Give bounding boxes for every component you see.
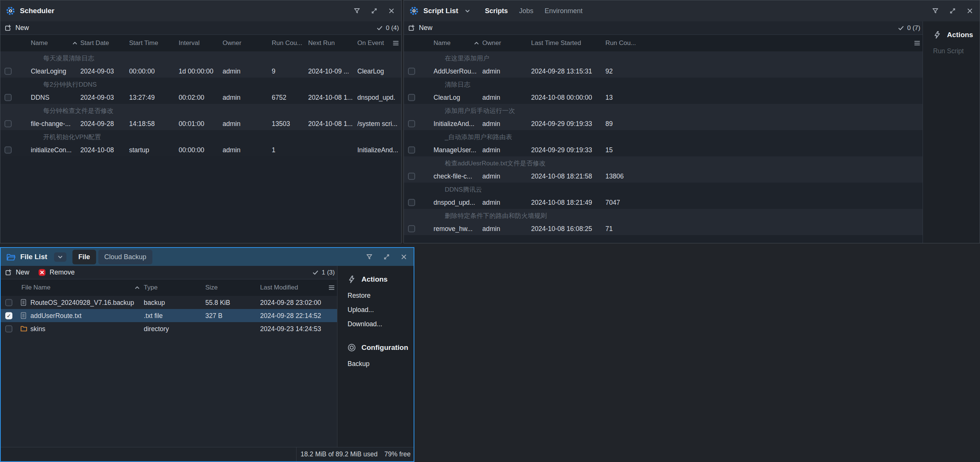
configuration-item[interactable]: Backup bbox=[337, 357, 414, 371]
script-comment-row[interactable]: 添加用户后手动运行一次 bbox=[404, 104, 923, 117]
script-comment-row[interactable]: 删除特定条件下的路由和防火墙规则 bbox=[404, 209, 923, 222]
new-icon bbox=[5, 269, 12, 276]
column-size[interactable]: Size bbox=[205, 284, 218, 291]
close-icon[interactable] bbox=[388, 7, 395, 14]
action-item[interactable]: Restore bbox=[337, 288, 414, 303]
row-checkbox[interactable] bbox=[408, 120, 415, 127]
filter-icon[interactable] bbox=[366, 253, 373, 260]
column-last-time-started[interactable]: Last Time Started bbox=[531, 40, 581, 47]
scheduler-titlebar[interactable]: Scheduler bbox=[0, 0, 401, 21]
action-item[interactable]: Upload... bbox=[337, 303, 414, 317]
expand-icon[interactable] bbox=[371, 7, 378, 14]
script-list-window-title: Script List bbox=[423, 7, 458, 15]
new-button[interactable]: New bbox=[4, 24, 29, 32]
schedule-next-run: 2024-10-08 1... bbox=[308, 94, 353, 101]
column-name[interactable]: Name bbox=[31, 40, 48, 47]
script-row[interactable]: dnspod_upd... admin 2024-10-08 18:21:49 … bbox=[404, 196, 923, 209]
script-comment-row[interactable]: DDNS腾讯云 bbox=[404, 183, 923, 196]
script-owner: admin bbox=[482, 120, 500, 127]
new-button[interactable]: New bbox=[407, 24, 433, 32]
column-start-date[interactable]: Start Date bbox=[80, 40, 109, 47]
script-comment-row[interactable]: 检查addUesrRoute.txt文件是否修改 bbox=[404, 156, 923, 170]
row-checkbox[interactable] bbox=[408, 146, 415, 153]
script-name: check-file-c... bbox=[434, 172, 472, 180]
row-checkbox[interactable] bbox=[408, 94, 415, 101]
script-row[interactable]: ManageUser... admin 2024-09-29 09:19:33 … bbox=[404, 143, 923, 156]
schedule-row[interactable]: file-change-... 2024-09-28 14:18:58 00:0… bbox=[0, 117, 401, 130]
new-button[interactable]: New bbox=[5, 268, 29, 276]
filter-icon[interactable] bbox=[353, 7, 361, 14]
column-menu-icon[interactable] bbox=[328, 285, 335, 291]
row-checkbox[interactable] bbox=[5, 299, 13, 306]
row-checkbox[interactable] bbox=[5, 146, 12, 153]
row-checkbox[interactable] bbox=[5, 312, 13, 319]
script-row[interactable]: AddUserRou... admin 2024-09-28 13:15:31 … bbox=[404, 65, 923, 78]
schedule-comment-row[interactable]: 每2分钟执行DDNS bbox=[0, 78, 401, 91]
close-icon[interactable] bbox=[966, 7, 974, 14]
script-comment-row[interactable]: 清除日志 bbox=[404, 78, 923, 91]
tab[interactable]: Scripts bbox=[485, 7, 508, 15]
row-checkbox[interactable] bbox=[408, 68, 415, 75]
action-run-script[interactable]: Run Script bbox=[923, 44, 980, 58]
row-checkbox[interactable] bbox=[408, 173, 415, 179]
column-last-modified[interactable]: Last Modified bbox=[260, 284, 298, 291]
file-row[interactable]: skins directory 2024-09-23 14:24:53 bbox=[1, 322, 337, 335]
selected-count[interactable]: 0 (7) bbox=[898, 21, 920, 35]
selected-count[interactable]: 0 (4) bbox=[377, 21, 399, 35]
tab[interactable]: Environment bbox=[545, 7, 582, 15]
file-list-window: File List FileCloud Backup New R bbox=[0, 247, 414, 462]
filter-icon[interactable] bbox=[932, 7, 939, 14]
schedule-row[interactable]: ClearLoging 2024-09-03 00:00:00 1d 00:00… bbox=[0, 65, 401, 78]
row-checkbox[interactable] bbox=[5, 68, 12, 75]
file-list-toolbar: New Remove 1 (3) bbox=[1, 266, 337, 279]
script-row[interactable]: check-file-c... admin 2024-10-08 18:21:5… bbox=[404, 170, 923, 183]
column-on-event[interactable]: On Event bbox=[357, 40, 384, 47]
column-next-run[interactable]: Next Run bbox=[308, 40, 335, 47]
script-list-window: Script List ScriptsJobsEnvironment New bbox=[404, 0, 980, 243]
script-row[interactable]: InitializeAnd... admin 2024-09-29 09:19:… bbox=[404, 117, 923, 130]
close-icon[interactable] bbox=[400, 253, 407, 260]
file-row[interactable]: addUserRoute.txt .txt file 327 B 2024-09… bbox=[1, 309, 337, 322]
expand-icon[interactable] bbox=[949, 7, 956, 14]
column-start-time[interactable]: Start Time bbox=[129, 40, 158, 47]
row-checkbox[interactable] bbox=[408, 225, 415, 232]
tab[interactable]: File bbox=[72, 250, 96, 264]
script-row[interactable]: ClearLog admin 2024-10-08 00:00:00 13 bbox=[404, 91, 923, 104]
row-checkbox[interactable] bbox=[408, 199, 415, 206]
chevron-down-icon[interactable] bbox=[463, 8, 472, 14]
row-checkbox[interactable] bbox=[5, 120, 12, 127]
column-name[interactable]: Name bbox=[434, 40, 450, 47]
column-menu-icon[interactable] bbox=[914, 41, 920, 46]
column-file-name[interactable]: File Name bbox=[21, 284, 50, 291]
remove-button[interactable]: Remove bbox=[38, 268, 75, 276]
schedule-row[interactable]: initializeCon... 2024-10-08 startup 00:0… bbox=[0, 143, 401, 156]
action-item[interactable]: Download... bbox=[337, 317, 414, 331]
column-owner[interactable]: Owner bbox=[223, 40, 241, 47]
schedule-comment-row[interactable]: 开机初始化VPN配置 bbox=[0, 130, 401, 143]
script-comment: 删除特定条件下的路由和防火墙规则 bbox=[445, 211, 547, 220]
column-interval[interactable]: Interval bbox=[179, 40, 200, 47]
tab[interactable]: Jobs bbox=[519, 7, 533, 15]
column-run-count[interactable]: Run Cou... bbox=[605, 40, 636, 47]
chevron-down-icon[interactable] bbox=[54, 252, 67, 262]
row-checkbox[interactable] bbox=[5, 94, 12, 101]
schedule-row[interactable]: DDNS 2024-09-03 13:27:49 00:02:00 admin … bbox=[0, 91, 401, 104]
script-row[interactable]: remove_hw... admin 2024-10-08 16:08:25 7… bbox=[404, 222, 923, 235]
script-list-titlebar[interactable]: Script List ScriptsJobsEnvironment bbox=[404, 0, 980, 21]
schedule-comment-row[interactable]: 每分钟检查文件是否修改 bbox=[0, 104, 401, 117]
column-type[interactable]: Type bbox=[144, 284, 158, 291]
row-checkbox[interactable] bbox=[5, 325, 13, 332]
script-list-tabs: ScriptsJobsEnvironment bbox=[485, 7, 582, 15]
expand-icon[interactable] bbox=[383, 253, 390, 260]
column-owner[interactable]: Owner bbox=[482, 40, 501, 47]
selected-count[interactable]: 1 (3) bbox=[312, 266, 335, 279]
gear-icon bbox=[409, 6, 419, 16]
file-list-titlebar[interactable]: File List FileCloud Backup bbox=[1, 248, 414, 266]
column-menu-icon[interactable] bbox=[393, 41, 399, 46]
schedule-comment-row[interactable]: 每天凌晨清除日志 bbox=[0, 51, 401, 65]
script-comment-row[interactable]: 在这里添加用户 bbox=[404, 51, 923, 65]
tab[interactable]: Cloud Backup bbox=[98, 250, 153, 264]
script-comment-row[interactable]: _自动添加用户和路由表 bbox=[404, 130, 923, 143]
file-row[interactable]: RouteOS_20240928_V7.16.backup backup 55.… bbox=[1, 296, 337, 309]
column-run-count[interactable]: Run Cou... bbox=[272, 40, 302, 47]
